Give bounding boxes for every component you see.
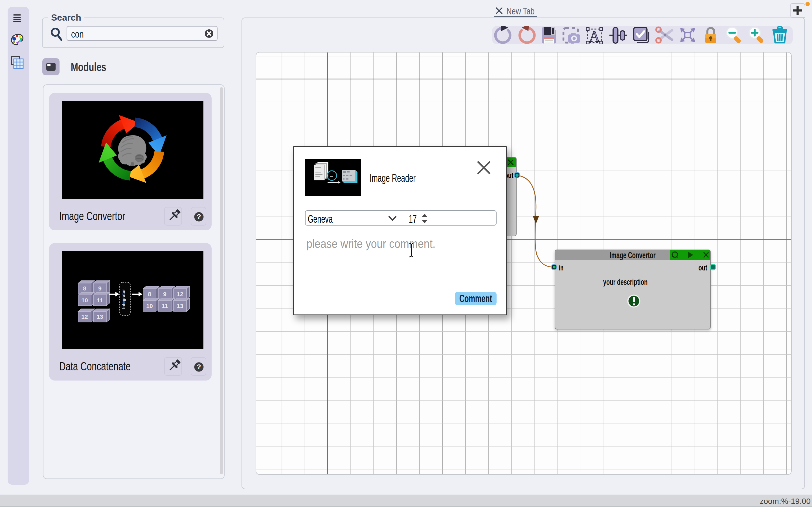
svg-text:8: 8 (83, 285, 86, 292)
svg-text:13: 13 (177, 302, 183, 309)
svg-text:?: ? (197, 363, 201, 371)
svg-text:11: 11 (97, 297, 103, 303)
svg-text:12: 12 (81, 313, 88, 320)
svg-text:9: 9 (163, 291, 167, 297)
svg-text:10: 10 (146, 302, 152, 309)
svg-text:11: 11 (162, 302, 168, 309)
svg-text:13: 13 (97, 313, 103, 320)
svg-text:Integrator: Integrator (121, 289, 126, 309)
svg-text:8: 8 (148, 291, 151, 297)
svg-text:9: 9 (98, 285, 102, 292)
svg-text:?: ? (197, 213, 201, 221)
svg-text:A: A (589, 28, 600, 44)
svg-text:12: 12 (177, 291, 183, 297)
svg-text:10: 10 (81, 297, 88, 303)
